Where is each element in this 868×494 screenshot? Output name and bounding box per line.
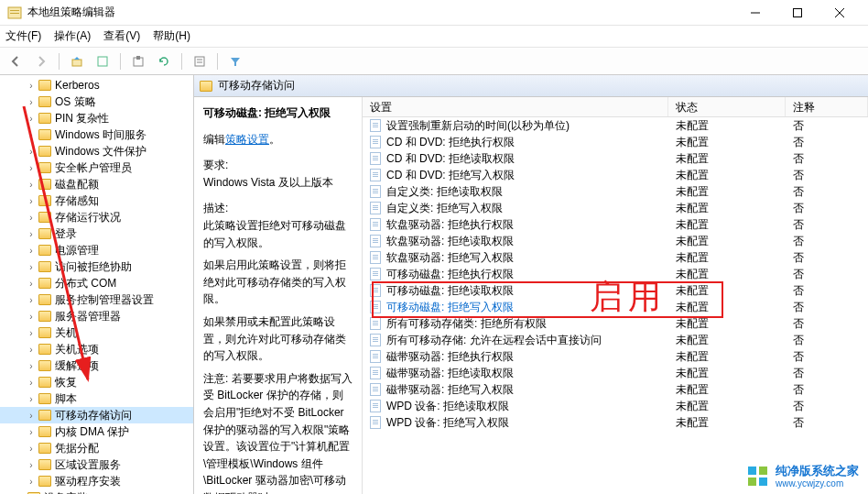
tree-item[interactable]: ›登录 (0, 225, 193, 242)
column-comment[interactable]: 注释 (786, 97, 868, 116)
tree-item[interactable]: ›存储感知 (0, 192, 193, 209)
policy-icon (370, 185, 381, 198)
expand-icon[interactable]: › (26, 345, 37, 355)
expand-icon[interactable]: › (26, 411, 37, 421)
show-button[interactable] (92, 51, 113, 71)
tree-item[interactable]: ›凭据分配 (0, 440, 193, 456)
tree-item[interactable]: ›脚本 (0, 390, 193, 407)
tree-item[interactable]: ›电源管理 (0, 242, 193, 258)
description-text-2: 如果启用此策略设置，则将拒绝对此可移动存储类的写入权限。 (203, 257, 353, 308)
column-setting[interactable]: 设置 (363, 97, 668, 116)
properties-button[interactable] (190, 51, 210, 71)
expand-icon[interactable]: › (26, 295, 37, 305)
edit-policy-link[interactable]: 策略设置 (225, 133, 269, 146)
menu-file[interactable]: 文件(F) (5, 28, 41, 44)
tree-item[interactable]: ›Windows 文件保护 (0, 143, 193, 159)
expand-icon[interactable]: › (26, 361, 37, 371)
list-row[interactable]: 自定义类: 拒绝读取权限未配置否 (363, 183, 868, 200)
expand-icon[interactable]: › (26, 147, 37, 157)
expand-icon[interactable]: › (26, 477, 37, 487)
filter-button[interactable] (225, 51, 245, 71)
refresh-button[interactable] (154, 51, 174, 71)
expand-icon[interactable]: › (26, 312, 37, 322)
setting-comment: 否 (786, 333, 868, 348)
back-button[interactable] (5, 51, 26, 71)
tree-item[interactable]: ⌄设备安装 (0, 489, 193, 494)
policy-icon (370, 218, 381, 231)
setting-state: 未配置 (668, 151, 786, 167)
main-content: ›Kerberos›OS 策略›PIN 复杂性›Windows 时间服务›Win… (0, 75, 868, 494)
expand-icon[interactable]: › (26, 196, 37, 206)
tree-item[interactable]: ›恢复 (0, 374, 193, 390)
menu-view[interactable]: 查看(V) (103, 28, 140, 44)
tree-item[interactable]: ›PIN 复杂性 (0, 110, 193, 126)
tree-item[interactable]: ›服务控制管理器设置 (0, 291, 193, 308)
list-row[interactable]: 软盘驱动器: 拒绝写入权限未配置否 (363, 249, 868, 266)
list-row[interactable]: 软盘驱动器: 拒绝读取权限未配置否 (363, 233, 868, 249)
expand-icon[interactable]: › (26, 328, 37, 338)
tree-item-label: 凭据分配 (55, 441, 99, 456)
list-row[interactable]: CD 和 DVD: 拒绝执行权限未配置否 (363, 134, 868, 150)
list-row[interactable]: 磁带驱动器: 拒绝执行权限未配置否 (363, 348, 868, 365)
policy-icon (370, 268, 381, 280)
expand-icon[interactable]: › (26, 213, 37, 223)
expand-icon[interactable]: › (26, 444, 37, 454)
tree-item[interactable]: ›内核 DMA 保护 (0, 423, 193, 440)
expand-icon[interactable]: › (26, 130, 37, 140)
list-row[interactable]: 自定义类: 拒绝写入权限未配置否 (363, 200, 868, 216)
menu-action[interactable]: 操作(A) (54, 28, 91, 44)
tree-item[interactable]: ›OS 策略 (0, 93, 193, 110)
tree-item[interactable]: ›服务器管理器 (0, 308, 193, 324)
tree-pane[interactable]: ›Kerberos›OS 策略›PIN 复杂性›Windows 时间服务›Win… (0, 75, 194, 494)
column-state[interactable]: 状态 (668, 97, 786, 116)
forward-button[interactable] (31, 51, 51, 71)
list-row[interactable]: 软盘驱动器: 拒绝执行权限未配置否 (363, 216, 868, 233)
tree-item[interactable]: ›Windows 时间服务 (0, 126, 193, 143)
tree-item[interactable]: ›存储运行状况 (0, 209, 193, 225)
expand-icon[interactable]: › (26, 163, 37, 173)
expand-icon[interactable]: › (26, 279, 37, 289)
list-row[interactable]: WPD 设备: 拒绝写入权限未配置否 (363, 414, 868, 431)
tree-item[interactable]: ›Kerberos (0, 77, 193, 93)
expand-icon[interactable]: › (26, 460, 37, 470)
list-row[interactable]: 磁带驱动器: 拒绝写入权限未配置否 (363, 381, 868, 398)
expand-icon[interactable]: › (26, 246, 37, 256)
setting-comment: 否 (786, 234, 868, 249)
tree-item[interactable]: ›关机 (0, 324, 193, 341)
export-button[interactable] (128, 51, 148, 71)
tree-item[interactable]: ›安全帐户管理员 (0, 159, 193, 176)
minimize-button[interactable] (734, 0, 776, 26)
expand-icon[interactable]: › (26, 394, 37, 404)
list-row[interactable]: 磁带驱动器: 拒绝读取权限未配置否 (363, 365, 868, 381)
expand-icon[interactable]: › (26, 262, 37, 272)
list-row[interactable]: CD 和 DVD: 拒绝读取权限未配置否 (363, 150, 868, 167)
tree-item[interactable]: ›磁盘配额 (0, 176, 193, 192)
list-row[interactable]: 设置强制重新启动的时间(以秒为单位)未配置否 (363, 117, 868, 134)
expand-icon[interactable]: › (26, 97, 37, 107)
expand-icon[interactable]: › (26, 427, 37, 437)
tree-item[interactable]: ›驱动程序安装 (0, 473, 193, 489)
list-row[interactable]: 所有可移动存储: 允许在远程会话中直接访问未配置否 (363, 332, 868, 348)
description-text-1: 此策略设置拒绝对可移动磁盘的写入权限。 (203, 217, 353, 251)
watermark: 纯净版系统之家 www.ycwjzy.com (746, 465, 859, 489)
tree-item[interactable]: ›访问被拒绝协助 (0, 258, 193, 275)
list-row[interactable]: CD 和 DVD: 拒绝写入权限未配置否 (363, 167, 868, 183)
up-button[interactable] (67, 51, 87, 71)
expand-icon[interactable]: › (26, 180, 37, 190)
tree-item-label: 安全帐户管理员 (55, 160, 132, 176)
policy-icon (370, 400, 381, 412)
expand-icon[interactable]: › (26, 378, 37, 388)
expand-icon[interactable]: › (26, 229, 37, 239)
tree-item[interactable]: ›关机选项 (0, 341, 193, 357)
expand-icon[interactable]: › (26, 81, 37, 91)
tree-item[interactable]: ›区域设置服务 (0, 456, 193, 473)
maximize-button[interactable] (776, 0, 819, 26)
list-row[interactable]: WPD 设备: 拒绝读取权限未配置否 (363, 398, 868, 414)
tree-item[interactable]: ›分布式 COM (0, 275, 193, 291)
expand-icon[interactable]: › (26, 114, 37, 124)
close-button[interactable] (819, 0, 861, 26)
tree-item[interactable]: ›缓解选项 (0, 357, 193, 374)
menu-help[interactable]: 帮助(H) (153, 28, 190, 44)
policy-icon (370, 235, 381, 247)
tree-item[interactable]: ›可移动存储访问 (0, 407, 193, 423)
